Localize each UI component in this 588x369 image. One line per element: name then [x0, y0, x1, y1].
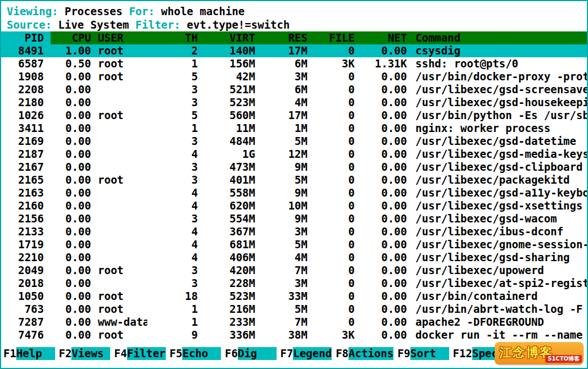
cell-cpu: 0.00 [51, 329, 91, 341]
table-row[interactable]: 7287 0.00 www-data 1 233M 7M 0 0.00 apac… [1, 316, 587, 329]
cell-user [91, 83, 147, 96]
cell-virt: 233M [198, 316, 255, 329]
table-row[interactable]: 2160 0.00 4 620M 10M 0 0.00 /usr/libexec… [1, 199, 587, 212]
column-header-res[interactable]: RES [255, 31, 307, 44]
table-row[interactable]: 1908 0.00 root 5 42M 3M 0 0.00 /usr/bin/… [1, 70, 587, 83]
cell-virt: 560M [198, 109, 255, 122]
filter-value: evt.type!=switch [187, 19, 290, 31]
column-header-net[interactable]: NET [355, 31, 407, 44]
cell-th: 18 [147, 290, 198, 303]
column-header-cpu[interactable]: CPU [51, 31, 91, 44]
cell-pid: 2169 [1, 135, 51, 148]
cell-cpu: 1.00 [51, 44, 91, 57]
cell-cpu: 0.50 [51, 57, 91, 70]
cell-command: /usr/bin/docker-proxy -prot [407, 70, 587, 83]
table-row[interactable]: 1026 0.00 root 5 560M 17M 0 0.00 /usr/bi… [1, 109, 587, 122]
cell-net: 0.00 [355, 225, 407, 238]
table-row[interactable]: 2167 0.00 3 473M 9M 0 0.00 /usr/libexec/… [1, 161, 587, 174]
cell-file: 0 [307, 83, 355, 96]
table-row[interactable]: 7476 0.00 root 9 336M 38M 3K 0.00 docker… [1, 329, 587, 341]
table-row[interactable]: 2133 0.00 4 367M 3M 0 0.00 /usr/libexec/… [1, 225, 587, 238]
table-row[interactable]: 2187 0.00 4 1G 12M 0 0.00 /usr/libexec/g… [1, 148, 587, 161]
table-row[interactable]: 8491 1.00 root 2 140M 17M 0 0.00 csysdig [1, 44, 587, 57]
cell-pid: 2167 [1, 161, 51, 174]
function-key-button[interactable]: F6 Dig [225, 347, 277, 360]
function-key-button[interactable]: F8 Actions [336, 347, 393, 360]
process-table: PID CPU USER TH VIRT RES FILE NET Comman… [1, 31, 587, 341]
table-row[interactable]: 2169 0.00 3 484M 5M 0 0.00 /usr/libexec/… [1, 135, 587, 148]
table-row[interactable]: 2180 0.00 3 523M 4M 0 0.00 /usr/libexec/… [1, 96, 587, 109]
function-key-button[interactable]: F5 Echo [170, 347, 221, 360]
cell-file: 0 [307, 225, 355, 238]
cell-file: 0 [307, 238, 355, 251]
function-key-label: Echo [182, 347, 221, 360]
column-header-virt[interactable]: VIRT [198, 31, 255, 44]
table-row[interactable]: 1050 0.00 root 18 523M 33M 0 0.00 /usr/b… [1, 290, 587, 303]
function-key-number: F6 [225, 347, 238, 360]
cell-virt: 523M [198, 96, 255, 109]
table-row[interactable]: 2049 0.00 root 3 420M 7M 0 0.00 /usr/lib… [1, 264, 587, 277]
cell-th: 5 [147, 70, 198, 83]
table-row[interactable]: 6587 0.50 root 1 156M 6M 3K 1.31K sshd: … [1, 57, 587, 70]
cell-th: 3 [147, 174, 198, 186]
cell-th: 3 [147, 277, 198, 290]
cell-user: root [91, 70, 147, 83]
cell-net: 0.00 [355, 83, 407, 96]
cell-file: 0 [307, 96, 355, 109]
cell-th: 3 [147, 161, 198, 174]
function-key-button[interactable]: F9 Sort [397, 347, 449, 360]
cell-pid: 2160 [1, 199, 51, 212]
cell-file: 0 [307, 316, 355, 329]
table-row[interactable]: 2156 0.00 3 554M 9M 0 0.00 /usr/libexec/… [1, 212, 587, 225]
cell-res: 9M [255, 186, 307, 199]
table-row[interactable]: 2163 0.00 4 558M 9M 0 0.00 /usr/libexec/… [1, 186, 587, 199]
cell-command: /usr/libexec/gsd-a11y-keybo [407, 186, 587, 199]
source-value: Live System [58, 19, 129, 31]
function-key-button[interactable]: F1 Help [3, 347, 55, 360]
cell-command: /usr/libexec/upowerd [407, 264, 587, 277]
column-header-user[interactable]: USER [91, 31, 147, 44]
cell-net: 0.00 [355, 238, 407, 251]
function-key-button[interactable]: F4 Filter [114, 347, 166, 360]
table-row[interactable]: 3411 0.00 1 11M 1M 0 0.00 nginx: worker … [1, 122, 587, 135]
cell-user [91, 225, 147, 238]
column-header-th[interactable]: TH [147, 31, 198, 44]
table-row[interactable]: 2210 0.00 4 406M 4M 0 0.00 /usr/libexec/… [1, 251, 587, 264]
cell-user [91, 135, 147, 148]
cell-virt: 367M [198, 225, 255, 238]
cell-user [91, 122, 147, 135]
cell-cpu: 0.00 [51, 238, 91, 251]
function-key-button[interactable]: F2 Views [59, 347, 111, 360]
table-row[interactable]: 1719 0.00 4 681M 5M 0 0.00 /usr/libexec/… [1, 238, 587, 251]
table-row[interactable]: 763 0.00 root 1 216M 5M 0 0.00 /usr/bin/… [1, 303, 587, 316]
watermark-logo: 江念博客 51CTO博客 [495, 342, 584, 365]
cell-net: 0.00 [355, 199, 407, 212]
column-header-pid[interactable]: PID [1, 31, 51, 44]
cell-virt: 681M [198, 238, 255, 251]
column-header-file[interactable]: FILE [307, 31, 355, 44]
cell-res: 7M [255, 316, 307, 329]
cell-user: root [91, 109, 147, 122]
cell-cpu: 0.00 [51, 83, 91, 96]
cell-th: 3 [147, 212, 198, 225]
cell-virt: 1G [198, 148, 255, 161]
table-row[interactable]: 2165 0.00 root 3 401M 5M 0 0.00 /usr/lib… [1, 174, 587, 186]
table-row[interactable]: 2018 0.00 3 228M 3M 0 0.00 /usr/libexec/… [1, 277, 587, 290]
cell-res: 3M [255, 225, 307, 238]
column-header-command[interactable]: Command [407, 31, 587, 44]
cell-net: 0.00 [355, 329, 407, 341]
cell-pid: 8491 [1, 44, 51, 57]
cell-th: 4 [147, 199, 198, 212]
cell-command: /usr/bin/containerd [407, 290, 587, 303]
cell-pid: 1050 [1, 290, 51, 303]
cell-pid: 1719 [1, 238, 51, 251]
cell-cpu: 0.00 [51, 303, 91, 316]
table-row[interactable]: 2208 0.00 3 521M 6M 0 0.00 /usr/libexec/… [1, 83, 587, 96]
cell-command: /usr/libexec/gsd-media-keys [407, 148, 587, 161]
cell-res: 7M [255, 264, 307, 277]
function-key-button[interactable]: F7 Legend [281, 347, 332, 360]
cell-pid: 2210 [1, 251, 51, 264]
cell-file: 0 [307, 264, 355, 277]
cell-pid: 2049 [1, 264, 51, 277]
cell-res: 9M [255, 212, 307, 225]
